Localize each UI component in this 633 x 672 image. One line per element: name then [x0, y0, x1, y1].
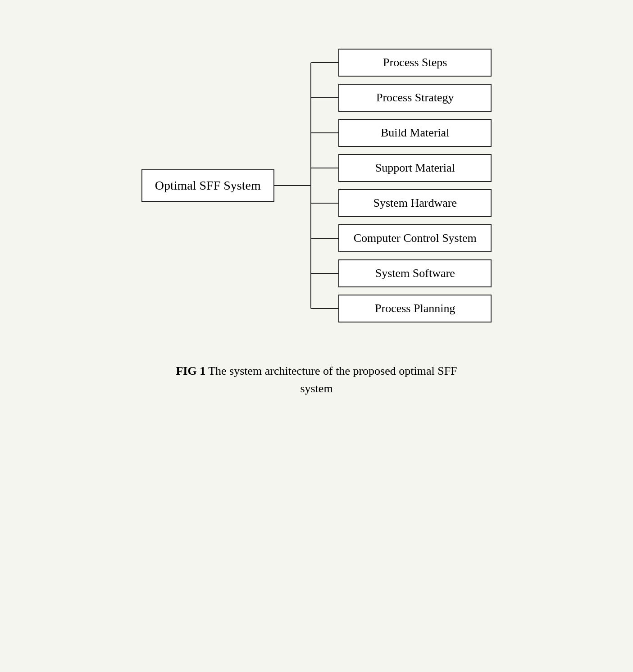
node-system-software: System Software [338, 259, 492, 287]
figure-caption: FIG 1 The system architecture of the pro… [159, 362, 474, 397]
branch-row: Build Material [310, 115, 492, 150]
branch-hline-computer-control-system [311, 238, 338, 239]
diagram: Optimal SFF System Process Steps [18, 45, 615, 326]
node-support-material: Support Material [338, 154, 492, 182]
branch-hline-support-material [311, 168, 338, 169]
node-process-steps: Process Steps [338, 49, 492, 77]
branch-hline-system-software [311, 273, 338, 274]
branch-hline-process-strategy [311, 97, 338, 99]
root-node: Optimal SFF System [141, 169, 274, 202]
branch-row: Computer Control System [310, 221, 492, 256]
branch-row: System Software [310, 256, 492, 291]
branch-hline-build-material [311, 132, 338, 134]
node-build-material: Build Material [338, 119, 492, 147]
root-connector-line [274, 185, 310, 186]
branch-row: Process Planning [310, 291, 492, 326]
branch-row: Process Steps [310, 45, 492, 80]
caption-body: The system architecture of the proposed … [208, 364, 457, 395]
branch-row: Process Strategy [310, 80, 492, 115]
branch-hline-system-hardware [311, 203, 338, 204]
branch-row: Support Material [310, 150, 492, 186]
node-process-planning: Process Planning [338, 295, 492, 322]
branch-row: System Hardware [310, 186, 492, 221]
node-process-strategy: Process Strategy [338, 84, 492, 112]
trunk-line [310, 63, 312, 309]
node-computer-control-system: Computer Control System [338, 224, 492, 252]
branch-hline-process-planning [311, 308, 338, 309]
branches-container: Process Steps Process Strategy Build Mat… [310, 45, 492, 326]
node-system-hardware: System Hardware [338, 189, 492, 217]
branch-hline-process-steps [311, 62, 338, 64]
trunk-area: Process Steps Process Strategy Build Mat… [310, 45, 492, 326]
figure-label: FIG 1 [176, 364, 205, 377]
